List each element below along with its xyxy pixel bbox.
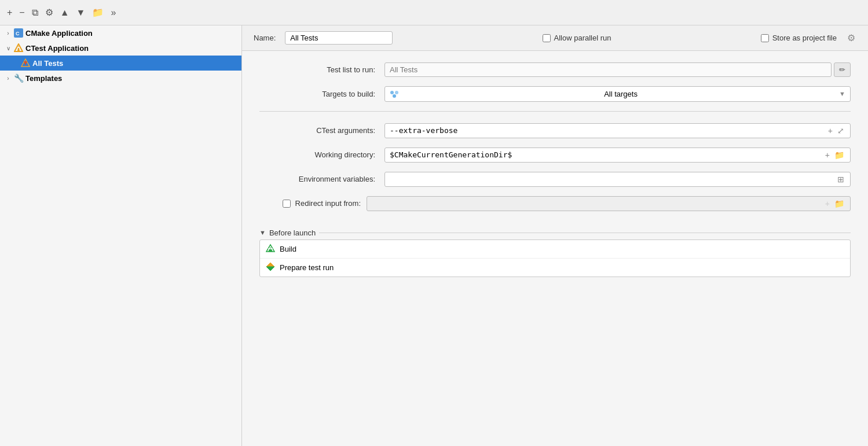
test-list-field: ✏	[384, 62, 851, 77]
svg-point-8	[395, 91, 398, 94]
config-gear-button[interactable]: ⚙	[846, 31, 856, 45]
redirect-browse-button[interactable]: 📁	[833, 199, 845, 208]
working-dir-add-button[interactable]: +	[824, 150, 831, 160]
ctest-args-expand-button[interactable]: ⤢	[836, 126, 845, 135]
targets-icon	[390, 89, 399, 99]
working-dir-browse-button[interactable]: 📁	[833, 150, 845, 160]
test-list-input[interactable]	[384, 62, 832, 77]
ctest-args-input-wrapper: --extra-verbose + ⤢	[384, 123, 851, 138]
targets-row: Targets to build: All targets ▼	[259, 86, 851, 102]
before-launch-arrow: ▼	[259, 229, 266, 236]
build-label: Build	[280, 245, 296, 253]
prepare-label: Prepare test run	[280, 263, 334, 272]
env-vars-input-wrapper: ⊞	[384, 172, 851, 187]
redirect-add-button[interactable]: +	[824, 199, 831, 208]
remove-button[interactable]: −	[17, 6, 27, 19]
ctest-args-actions: + ⤢	[827, 126, 845, 135]
launch-item-build[interactable]: Build	[260, 240, 850, 259]
all-tests-label: All Tests	[32, 59, 63, 68]
targets-dropdown[interactable]: All targets ▼	[384, 86, 851, 102]
working-dir-label: Working directory:	[259, 150, 375, 159]
env-vars-row: Environment variables: ⊞	[259, 172, 851, 187]
before-launch-header: ▼ Before launch	[259, 228, 851, 237]
redirect-label: Redirect input from:	[295, 199, 361, 208]
allow-parallel-label: Allow parallel run	[554, 34, 611, 42]
targets-value: All targets	[604, 90, 638, 98]
redirect-row: Redirect input from: + 📁	[259, 196, 851, 211]
ctest-arrow-icon: ∨	[5, 45, 12, 51]
templates-label: Templates	[25, 74, 62, 83]
test-list-row: Test list to run: ✏	[259, 62, 851, 77]
redirect-actions: + 📁	[824, 199, 845, 208]
sidebar-item-all-tests[interactable]: All Tests	[0, 56, 241, 71]
working-dir-field: $CMakeCurrentGenerationDir$ + 📁	[384, 148, 851, 163]
sidebar-item-cmake-application[interactable]: › C CMake Application	[0, 25, 241, 40]
before-launch-title: Before launch	[269, 228, 316, 237]
section-divider-1	[259, 111, 851, 112]
wrench-icon: 🔧	[14, 73, 23, 83]
all-tests-icon	[21, 58, 30, 68]
svg-marker-14	[266, 267, 274, 271]
before-launch-section: ▼ Before launch Build	[259, 228, 851, 277]
svg-marker-13	[266, 263, 274, 267]
test-list-label: Test list to run:	[259, 65, 375, 74]
sidebar: › C CMake Application ∨ CTest Applicatio…	[0, 25, 242, 446]
more-button[interactable]: »	[108, 6, 118, 19]
templates-arrow-icon: ›	[5, 75, 12, 82]
name-label: Name:	[254, 34, 276, 42]
folder-button[interactable]: 📁	[90, 6, 106, 19]
sidebar-item-ctest-application[interactable]: ∨ CTest Application	[0, 40, 241, 56]
config-body: Test list to run: ✏ Targets to build:	[242, 51, 868, 289]
launch-list: Build Prepare test run	[259, 239, 851, 277]
prepare-icon	[266, 262, 275, 273]
cmake-icon: C	[14, 28, 23, 38]
svg-point-9	[393, 94, 396, 98]
env-vars-field: ⊞	[384, 172, 851, 187]
build-icon	[266, 244, 275, 255]
ctest-application-label: CTest Application	[25, 44, 89, 53]
env-vars-edit-button[interactable]: ⊞	[836, 175, 845, 184]
svg-text:C: C	[16, 31, 20, 36]
working-dir-row: Working directory: $CMakeCurrentGenerati…	[259, 148, 851, 163]
redirect-checkbox[interactable]	[283, 200, 291, 208]
working-dir-value: $CMakeCurrentGenerationDir$	[390, 150, 512, 159]
env-vars-label: Environment variables:	[259, 175, 375, 183]
config-header: Name: Allow parallel run Store as projec…	[242, 25, 868, 51]
ctest-args-field: --extra-verbose + ⤢	[384, 123, 851, 138]
svg-point-7	[390, 91, 394, 94]
store-project-label: Store as project file	[772, 34, 837, 42]
add-button[interactable]: +	[5, 6, 14, 19]
name-input[interactable]	[285, 31, 393, 45]
targets-label: Targets to build:	[259, 90, 375, 98]
ctest-args-row: CTest arguments: --extra-verbose + ⤢	[259, 123, 851, 138]
store-project-group: Store as project file	[761, 34, 837, 42]
redirect-input-wrapper: + 📁	[367, 196, 851, 211]
sidebar-item-templates[interactable]: › 🔧 Templates	[0, 71, 241, 86]
test-list-edit-button[interactable]: ✏	[834, 62, 851, 77]
copy-button[interactable]: ⧉	[30, 6, 41, 19]
targets-dropdown-arrow: ▼	[839, 90, 845, 97]
working-dir-actions: + 📁	[824, 150, 845, 160]
cmake-application-label: CMake Application	[25, 29, 93, 38]
targets-field: All targets ▼	[384, 86, 851, 102]
cmake-arrow-icon: ›	[5, 30, 12, 36]
allow-parallel-group: Allow parallel run	[543, 34, 611, 42]
ctest-args-label: CTest arguments:	[259, 126, 375, 135]
working-dir-input-wrapper: $CMakeCurrentGenerationDir$ + 📁	[384, 148, 851, 163]
move-up-button[interactable]: ▲	[58, 6, 72, 19]
settings-button[interactable]: ⚙	[43, 6, 56, 19]
main-layout: › C CMake Application ∨ CTest Applicatio…	[0, 25, 868, 446]
redirect-field: + 📁	[367, 196, 851, 211]
svg-marker-6	[24, 61, 27, 65]
launch-item-prepare[interactable]: Prepare test run	[260, 259, 850, 277]
env-vars-actions: ⊞	[836, 175, 845, 184]
allow-parallel-checkbox[interactable]	[543, 34, 551, 42]
ctest-args-add-button[interactable]: +	[827, 126, 834, 135]
ctest-args-value: --extra-verbose	[390, 126, 457, 135]
move-down-button[interactable]: ▼	[74, 6, 88, 19]
toolbar: + − ⧉ ⚙ ▲ ▼ 📁 »	[0, 0, 868, 25]
store-project-checkbox[interactable]	[761, 34, 769, 42]
redirect-checkbox-space: Redirect input from:	[259, 199, 361, 208]
right-panel: Name: Allow parallel run Store as projec…	[242, 25, 868, 446]
before-launch-divider	[319, 233, 851, 233]
